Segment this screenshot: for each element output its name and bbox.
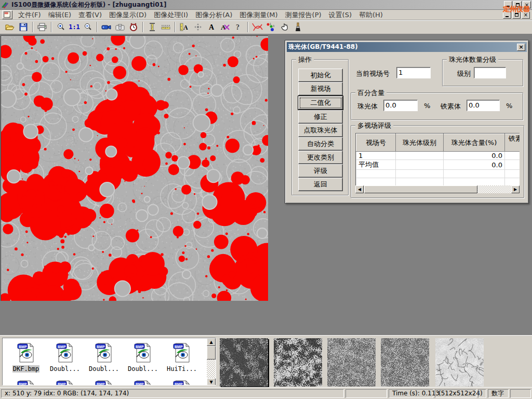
thumbnail-image[interactable] <box>327 338 376 387</box>
percent-group-label: 百分含量 <box>355 88 387 98</box>
scroll-down-icon[interactable]: ▼ <box>207 378 216 385</box>
thumbnail-image[interactable] <box>381 338 429 387</box>
file-item[interactable]: BMP <box>85 379 123 385</box>
print-icon[interactable] <box>35 21 49 33</box>
table-row[interactable]: 1 0.0 <box>356 152 520 160</box>
move-cross-icon[interactable] <box>191 21 205 33</box>
correct-button[interactable]: 修正 <box>298 110 343 124</box>
pearlite-label: 珠光体 <box>357 102 378 111</box>
scrollbar-thumb[interactable] <box>364 185 477 193</box>
vendor-watermark: 定州仪器 <box>503 5 530 14</box>
file-item[interactable]: BMP DKF.bmp <box>7 341 45 373</box>
image-size-status: (512x512x24) <box>435 389 476 398</box>
binarize-button[interactable]: 二值化 <box>298 96 343 110</box>
pearlite-input[interactable]: 0.0 <box>383 100 418 111</box>
table-hscrollbar[interactable]: ◀ ▶ <box>355 185 520 193</box>
menu-view[interactable]: 查看(V) <box>75 9 105 21</box>
actual-size-icon[interactable]: 1:1 <box>68 21 81 33</box>
level-label: 级别 <box>457 69 471 78</box>
dialog-title-bar[interactable]: 珠光体(GB/T9441-88) × <box>287 42 527 52</box>
app-icon <box>1 1 9 8</box>
delete-text-icon[interactable]: A <box>218 21 232 33</box>
menu-image-display[interactable]: 图像显示(D) <box>105 9 150 21</box>
svg-text:BMP: BMP <box>19 345 27 349</box>
text-icon[interactable]: A <box>205 21 218 33</box>
file-item[interactable]: BMP <box>46 379 84 385</box>
count-points-icon[interactable]: 13 <box>264 21 277 33</box>
file-item[interactable]: BMP Doubl... <box>124 341 162 373</box>
change-class-button[interactable]: 更改类别 <box>298 151 343 164</box>
stopwatch-icon[interactable] <box>127 21 140 33</box>
bmp-file-icon: BMP <box>171 357 192 365</box>
svg-text:?: ? <box>236 23 240 31</box>
table-row[interactable]: 平均值 0.0 <box>356 160 520 170</box>
menu-image-process[interactable]: 图像处理(I) <box>150 9 192 21</box>
level-input[interactable] <box>474 67 506 78</box>
status-bar: x: 510 y: 79 idx: 0 RGB: (174, 174, 174)… <box>0 387 532 399</box>
file-item[interactable]: BMP Doubl... <box>85 341 123 373</box>
file-item[interactable]: BMP <box>163 379 201 385</box>
bmp-file-icon: BMP <box>132 357 153 365</box>
scrollbar-thumb[interactable] <box>207 346 216 360</box>
video-camera-icon[interactable] <box>100 21 113 33</box>
grade-button[interactable]: 评级 <box>298 164 343 178</box>
svg-text:A: A <box>221 23 226 31</box>
svg-text:BMP: BMP <box>58 345 66 349</box>
caliper-icon[interactable] <box>145 21 159 33</box>
file-item[interactable]: BMP HuiTi... <box>163 341 201 373</box>
metallograph-image[interactable] <box>1 35 268 301</box>
open-icon[interactable] <box>3 21 17 33</box>
file-item[interactable]: BMP <box>7 379 45 385</box>
menu-measure-report[interactable]: 测量报告(P) <box>282 9 325 21</box>
grading-group-label: 珠光体数量分级 <box>447 55 498 64</box>
col-pearlite-pct[interactable]: 珠光体含量(%) <box>444 134 505 152</box>
menu-file[interactable]: 文件(F) <box>15 9 45 21</box>
thumbnail-image[interactable] <box>220 338 268 387</box>
curve-tool-icon[interactable] <box>250 21 264 33</box>
svg-text:BMP: BMP <box>136 345 144 349</box>
file-item[interactable]: BMP <box>124 379 162 385</box>
bmp-file-icon: BMP <box>55 357 75 365</box>
scroll-up-icon[interactable]: ▲ <box>207 338 216 346</box>
svg-text:DOC: DOC <box>5 12 9 15</box>
return-button[interactable]: 返回 <box>298 178 343 191</box>
file-browser-vscrollbar[interactable]: ▲ ▼ <box>207 338 216 385</box>
zoom-in-icon[interactable] <box>54 21 68 33</box>
save-icon[interactable] <box>17 21 30 33</box>
dialog-close-icon[interactable]: × <box>517 44 525 51</box>
auto-classify-button[interactable]: 自动分类 <box>298 137 343 151</box>
capture-camera-icon[interactable] <box>113 21 127 33</box>
ferrite-unit: % <box>506 102 512 110</box>
file-item[interactable]: BMP Doubl... <box>46 341 84 373</box>
thumbnail-image[interactable] <box>274 338 322 387</box>
col-pearlite-grade[interactable]: 珠光体级别 <box>396 134 444 152</box>
col-ferrite-pct[interactable]: 铁素体含量(%) <box>505 134 520 152</box>
pick-pearlite-button[interactable]: 点取珠光体 <box>298 124 343 137</box>
toolbar-separator <box>175 22 176 32</box>
thumbnail-image[interactable] <box>435 338 484 387</box>
measure-text-icon[interactable]: A <box>178 21 191 33</box>
pick-hand-icon[interactable] <box>277 21 291 33</box>
ruler-icon[interactable] <box>159 21 172 33</box>
menu-settings[interactable]: 设置(S) <box>325 9 355 21</box>
menu-image-analysis[interactable]: 图像分析(A) <box>192 9 236 21</box>
current-field-input[interactable]: 1 <box>396 67 431 78</box>
scrollbar-track[interactable] <box>207 360 216 378</box>
init-button[interactable]: 初始化 <box>298 69 343 82</box>
scrollbar-track[interactable] <box>477 185 511 193</box>
new-field-button[interactable]: 新视场 <box>298 82 343 96</box>
ferrite-input[interactable]: 0.0 <box>467 100 500 111</box>
menu-image-measure[interactable]: 图像测量(M) <box>236 9 281 21</box>
menu-edit[interactable]: 编辑(E) <box>45 9 75 21</box>
col-field-number[interactable]: 视场号 <box>356 134 396 152</box>
multi-field-table[interactable]: 视场号 珠光体级别 珠光体含量(%) 铁素体含量(%) 1 0.0 平均值 0.… <box>355 133 520 185</box>
document-icon[interactable]: DOC <box>2 10 12 19</box>
brush-icon[interactable] <box>291 21 304 33</box>
scroll-right-icon[interactable]: ▶ <box>511 185 520 193</box>
zoom-out-icon[interactable] <box>81 21 95 33</box>
scroll-left-icon[interactable]: ◀ <box>355 185 364 193</box>
status-empty-panel <box>510 389 531 398</box>
help-icon[interactable]: ? <box>232 21 245 33</box>
menu-help[interactable]: 帮助(H) <box>355 9 387 21</box>
operation-group: 操作 初始化 新视场 二值化 修正 点取珠光体 自动分类 更改类别 评级 返回 <box>291 59 349 195</box>
